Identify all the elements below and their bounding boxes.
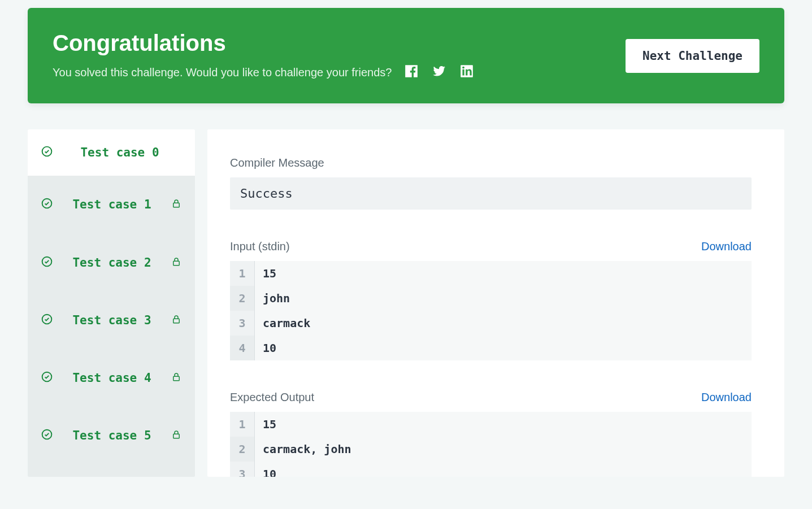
- code-line: 10: [255, 336, 752, 360]
- test-case-item-5[interactable]: Test case 5: [28, 407, 195, 464]
- code-row: 3carmack: [230, 311, 752, 336]
- test-case-sidebar[interactable]: Test case 0Test case 1Test case 2Test ca…: [28, 129, 195, 477]
- banner-title: Congratulations: [53, 31, 474, 56]
- input-code-block: 1152john3carmack410: [230, 261, 752, 360]
- line-number: 2: [230, 286, 255, 311]
- results-columns: Test case 0Test case 1Test case 2Test ca…: [28, 129, 784, 477]
- expected-code-block: 1152carmack, john310: [230, 412, 752, 477]
- test-case-item-4[interactable]: Test case 4: [28, 349, 195, 407]
- code-line: 15: [255, 412, 752, 437]
- svg-rect-2: [173, 203, 180, 208]
- input-header: Input (stdin) Download: [230, 240, 752, 253]
- lock-icon: [171, 256, 181, 269]
- linkedin-icon[interactable]: [459, 64, 474, 81]
- line-number: 3: [230, 462, 255, 477]
- test-case-label: Test case 5: [58, 428, 166, 443]
- line-number: 1: [230, 261, 255, 286]
- code-line: john: [255, 286, 752, 311]
- line-number: 2: [230, 437, 255, 462]
- check-pass-icon: [41, 146, 53, 159]
- code-row: 410: [230, 336, 752, 360]
- input-label: Input (stdin): [230, 240, 290, 253]
- test-case-label: Test case 3: [58, 313, 166, 328]
- svg-rect-4: [173, 261, 180, 266]
- code-row: 115: [230, 261, 752, 286]
- lock-icon: [171, 429, 181, 442]
- results-panel[interactable]: Compiler Message Success Input (stdin) D…: [207, 129, 784, 477]
- compiler-message-value: Success: [230, 177, 752, 210]
- code-row: 115: [230, 412, 752, 437]
- check-pass-icon: [41, 429, 53, 442]
- test-case-label: Test case 1: [58, 197, 166, 212]
- test-case-item-0[interactable]: Test case 0: [28, 129, 195, 176]
- code-line: 10: [255, 462, 752, 477]
- banner-text-group: Congratulations You solved this challeng…: [53, 31, 474, 81]
- facebook-icon[interactable]: [404, 64, 419, 81]
- twitter-icon[interactable]: [431, 64, 447, 80]
- line-number: 3: [230, 311, 255, 336]
- test-case-item-1[interactable]: Test case 1: [28, 176, 195, 233]
- congrats-banner: Congratulations You solved this challeng…: [28, 8, 784, 103]
- svg-rect-10: [173, 434, 180, 439]
- code-line: carmack, john: [255, 437, 752, 462]
- compiler-message-label: Compiler Message: [230, 156, 752, 169]
- check-pass-icon: [41, 314, 53, 327]
- banner-subtitle: You solved this challenge. Would you lik…: [53, 66, 392, 79]
- line-number: 4: [230, 336, 255, 360]
- code-line: carmack: [255, 311, 752, 336]
- code-row: 2carmack, john: [230, 437, 752, 462]
- lock-icon: [171, 198, 181, 211]
- download-expected-link[interactable]: Download: [701, 391, 752, 404]
- check-pass-icon: [41, 198, 53, 211]
- line-number: 1: [230, 412, 255, 437]
- check-pass-icon: [41, 256, 53, 269]
- expected-label: Expected Output: [230, 391, 314, 404]
- svg-rect-6: [173, 319, 180, 323]
- test-case-label: Test case 0: [58, 145, 181, 160]
- download-input-link[interactable]: Download: [701, 240, 752, 253]
- test-case-item-2[interactable]: Test case 2: [28, 234, 195, 292]
- check-pass-icon: [41, 371, 53, 385]
- banner-sub-row: You solved this challenge. Would you lik…: [53, 64, 474, 81]
- test-case-label: Test case 2: [58, 255, 166, 270]
- code-row: 2john: [230, 286, 752, 311]
- next-challenge-button[interactable]: Next Challenge: [626, 39, 759, 73]
- code-row: 310: [230, 462, 752, 477]
- code-line: 15: [255, 261, 752, 286]
- svg-rect-8: [173, 376, 180, 381]
- lock-icon: [171, 314, 181, 327]
- test-case-label: Test case 4: [58, 371, 166, 385]
- test-case-item-3[interactable]: Test case 3: [28, 292, 195, 349]
- expected-header: Expected Output Download: [230, 391, 752, 404]
- share-icons: [404, 64, 474, 81]
- lock-icon: [171, 371, 181, 385]
